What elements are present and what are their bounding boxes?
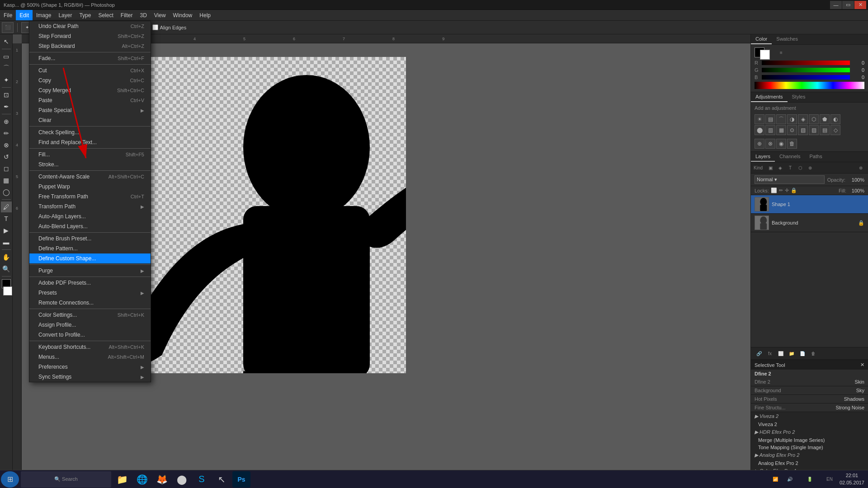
filter-smart[interactable]: ⊕ <box>806 164 815 172</box>
taskbar-skype[interactable]: S <box>193 471 211 488</box>
adj-bw[interactable]: ◐ <box>830 114 840 124</box>
tab-color[interactable]: Color <box>751 34 772 44</box>
maximize-button[interactable]: ▭ <box>842 1 854 9</box>
adj-snap[interactable]: ⊕ <box>755 139 764 149</box>
lock-image[interactable]: ✏ <box>779 188 783 193</box>
gradient-tool[interactable]: ▦ <box>1 175 12 186</box>
lock-position[interactable]: ✛ <box>785 188 789 193</box>
adj-gradient-map[interactable]: ▤ <box>820 125 830 135</box>
menu-fill[interactable]: Fill... Shift+F5 <box>29 150 151 160</box>
taskbar-browser[interactable]: 🌐 <box>133 471 151 488</box>
menu-auto-blend[interactable]: Auto-Blend Layers... <box>29 221 151 231</box>
blend-mode-dropdown[interactable]: Normal ▾ <box>755 175 825 184</box>
adj-brightness[interactable]: ☀ <box>755 114 764 124</box>
menu-pdf-presets[interactable]: Adobe PDF Presets... <box>29 278 151 288</box>
filter-pixel[interactable]: ▣ <box>766 164 775 172</box>
spectrum-bar[interactable] <box>755 82 864 89</box>
filter-adjust[interactable]: ◈ <box>776 164 785 172</box>
green-slider[interactable] <box>762 68 850 72</box>
adj-threshold[interactable]: ▨ <box>809 125 819 135</box>
adj-posterize[interactable]: ▧ <box>798 125 808 135</box>
adj-color-lookup[interactable]: ▦ <box>776 125 786 135</box>
lock-all[interactable]: 🔒 <box>791 188 797 193</box>
adj-exposure[interactable]: ◑ <box>787 114 797 124</box>
blue-slider[interactable] <box>762 75 850 80</box>
layer-item-shape1[interactable]: Shape 1 <box>751 195 868 214</box>
eraser-tool[interactable]: ◻ <box>1 163 12 174</box>
text-tool[interactable]: T <box>1 213 12 224</box>
menu-remote-connections[interactable]: Remote Connections... <box>29 298 151 308</box>
delete-layer-btn[interactable]: 🗑 <box>809 349 818 357</box>
menu-free-transform-path[interactable]: Free Transform Path Ctrl+T <box>29 192 151 202</box>
filter-shape[interactable]: ⬡ <box>796 164 805 172</box>
lasso-tool[interactable]: ⌒ <box>1 63 12 74</box>
adj-color-balance[interactable]: ⬟ <box>820 114 830 124</box>
tab-channels[interactable]: Channels <box>775 152 805 162</box>
analog2-title[interactable]: ▶ Analog Efex Pro 2 <box>751 451 868 460</box>
menu-keyboard-shortcuts[interactable]: Keyboard Shortcuts... Alt+Shift+Ctrl+K <box>29 342 151 352</box>
magic-wand-tool[interactable]: ✦ <box>1 75 12 85</box>
menu-preferences[interactable]: Preferences ▶ <box>29 362 151 372</box>
lock-transparent[interactable]: ⬜ <box>771 188 777 193</box>
taskbar-search[interactable]: 🔍 Search <box>21 471 111 488</box>
marquee-tool[interactable]: ▭ <box>1 51 12 62</box>
menu-copy-merged[interactable]: Copy Merged Shift+Ctrl+C <box>29 85 151 95</box>
taskbar-file-explorer[interactable]: 📁 <box>113 471 131 488</box>
move-tool[interactable]: ↖ <box>1 36 12 47</box>
menu-auto-align[interactable]: Auto-Align Layers... <box>29 211 151 221</box>
taskbar-photoshop[interactable]: Ps <box>232 471 250 488</box>
menu-copy[interactable]: Copy Ctrl+C <box>29 75 151 85</box>
menu-edit[interactable]: Edit <box>16 10 33 20</box>
pen-tool[interactable]: 🖊 <box>1 202 12 212</box>
adj-vibrance[interactable]: ◈ <box>798 114 808 124</box>
menu-fade[interactable]: Fade... Shift+Ctrl+F <box>29 53 151 63</box>
hand-tool[interactable]: ✋ <box>1 252 12 263</box>
zoom-tool[interactable]: 🔍 <box>1 263 12 274</box>
adj-selective-color[interactable]: ◇ <box>830 125 840 135</box>
align-edges-check[interactable]: Align Edges <box>152 24 187 30</box>
adj-trash[interactable]: 🗑 <box>787 139 797 149</box>
menu-paste[interactable]: Paste Ctrl+V <box>29 95 151 105</box>
path-select-tool[interactable]: ▶ <box>1 225 12 236</box>
adj-curves[interactable]: ⌒ <box>776 114 786 124</box>
menu-transform-path[interactable]: Transform Path ▶ <box>29 202 151 211</box>
close-button[interactable]: ✕ <box>854 1 866 9</box>
tab-styles[interactable]: Styles <box>788 92 810 102</box>
red-slider[interactable] <box>762 61 850 65</box>
spot-heal-tool[interactable]: ⊕ <box>1 116 12 127</box>
menu-define-custom-shape[interactable]: Define Custom Shape... <box>29 253 151 263</box>
menu-puppet-warp[interactable]: Puppet Warp <box>29 182 151 192</box>
adj-clip[interactable]: ⊗ <box>765 139 775 149</box>
tab-swatches[interactable]: Swatches <box>772 34 802 44</box>
new-layer-btn[interactable]: 📄 <box>798 349 807 357</box>
dodge-tool[interactable]: ◯ <box>1 187 12 197</box>
background-picker[interactable] <box>760 50 770 60</box>
menu-assign-profile[interactable]: Assign Profile... <box>29 320 151 330</box>
add-style-btn[interactable]: fx <box>765 349 774 357</box>
menu-window[interactable]: Window <box>170 10 196 20</box>
minimize-button[interactable]: — <box>830 1 842 9</box>
add-mask-btn[interactable]: ⬜ <box>776 349 785 357</box>
menu-select[interactable]: Select <box>94 10 117 20</box>
crop-tool[interactable]: ⊡ <box>1 89 12 100</box>
menu-step-forward[interactable]: Step Forward Shift+Ctrl+Z <box>29 31 151 41</box>
menu-define-brush[interactable]: Define Brush Preset... <box>29 234 151 244</box>
adj-photo-filter[interactable]: ⬤ <box>755 125 764 135</box>
menu-clear[interactable]: Clear <box>29 115 151 125</box>
menu-convert-profile[interactable]: Convert to Profile... <box>29 330 151 340</box>
toggle-filter[interactable]: ⊗ <box>856 164 865 172</box>
hdr-title[interactable]: ▶ HDR Efex Pro 2 <box>751 428 868 436</box>
menu-image[interactable]: Image <box>33 10 55 20</box>
filter-type[interactable]: T <box>786 164 795 172</box>
layer-item-background[interactable]: Background 🔒 <box>751 214 868 232</box>
start-button[interactable]: ⊞ <box>1 471 19 488</box>
background-color[interactable] <box>3 286 12 296</box>
edit-menu[interactable]: Undo Clear Path Ctrl+Z Step Forward Shif… <box>29 21 151 382</box>
adj-channel-mixer[interactable]: ▥ <box>765 125 775 135</box>
menu-filter[interactable]: Filter <box>117 10 137 20</box>
menu-3d[interactable]: 3D <box>136 10 150 20</box>
tool-icon[interactable]: ⬛ <box>2 22 14 33</box>
selective-tool-close[interactable]: ✕ <box>860 362 864 368</box>
menu-layer[interactable]: Layer <box>55 10 75 20</box>
clone-stamp-tool[interactable]: ⊗ <box>1 140 12 150</box>
